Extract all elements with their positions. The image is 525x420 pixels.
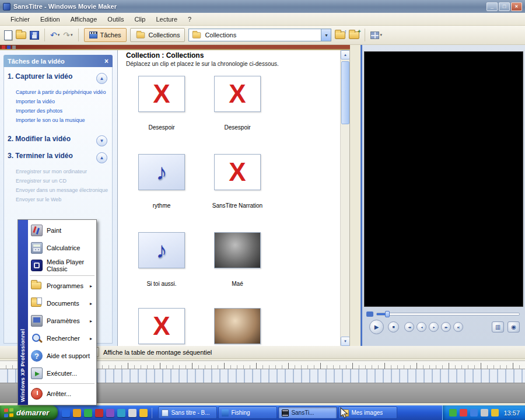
photo-clip-thumbnail	[214, 232, 261, 268]
clip-label: Maé	[208, 281, 267, 287]
menu-item-arreter[interactable]: Arrêter...	[28, 385, 96, 402]
clip-item[interactable]: ♪ Si toi aussi.	[132, 232, 191, 287]
section-capture-collapse-icon[interactable]: ▲	[96, 73, 107, 84]
menu-fichier[interactable]: Fichier	[5, 14, 35, 24]
menu-item-parametres[interactable]: Paramètres ▸	[28, 312, 96, 330]
menu-item-programmes[interactable]: Programmes ▸	[28, 277, 96, 295]
menu-help[interactable]: ?	[183, 14, 197, 24]
stop-button[interactable]: ■	[388, 321, 399, 332]
close-button[interactable]: ×	[511, 2, 522, 11]
maximize-button[interactable]: □	[499, 2, 510, 11]
menu-item-calculatrice[interactable]: Calculatrice	[28, 239, 96, 257]
clip-item[interactable]	[208, 308, 267, 346]
new-project-icon[interactable]	[4, 30, 12, 40]
tray-icon[interactable]	[470, 409, 478, 416]
clip-item[interactable]: X SansTitre Narration	[208, 154, 267, 209]
menu-clip[interactable]: Clip	[129, 14, 150, 24]
link-send-email[interactable]: Envoyer dans un message électronique	[16, 187, 108, 193]
combo-folder-icon	[192, 32, 201, 38]
collections-toggle-button[interactable]: Collections	[130, 28, 186, 42]
menu-affichage[interactable]: Affichage	[65, 14, 103, 24]
missing-clip-icon: X	[229, 81, 246, 107]
quick-launch-icon[interactable]	[128, 409, 136, 417]
tray-icon[interactable]	[449, 409, 457, 416]
taskbar-window-button[interactable]: Fishing	[218, 407, 277, 419]
scrollbar-thumb[interactable]	[341, 61, 349, 124]
collection-selector[interactable]: Collections ▼	[188, 29, 331, 41]
menu-lecture[interactable]: Lecture	[150, 14, 183, 24]
tasks-toggle-button[interactable]: Tâches	[84, 28, 127, 42]
views-button[interactable]: ▾	[370, 31, 382, 39]
step-back-button[interactable]: ◂	[416, 322, 426, 332]
clip-item[interactable]: Maé	[208, 232, 267, 287]
clip-item[interactable]: X Desespoir	[208, 76, 267, 131]
taskbar-window-button-active[interactable]: SansTi...	[278, 407, 337, 419]
menu-separator	[30, 383, 94, 384]
taskbar-window-button[interactable]: Sans titre - B...	[158, 407, 217, 419]
seek-handle[interactable]	[385, 311, 390, 317]
seek-forward-button[interactable]: ▸▸	[441, 322, 451, 332]
up-one-level-button[interactable]: ↑	[335, 32, 345, 39]
clip-item[interactable]: X	[132, 308, 191, 346]
new-collection-button[interactable]: +	[349, 32, 359, 39]
seek-bar[interactable]	[366, 311, 520, 317]
quick-launch-icon[interactable]	[139, 409, 148, 417]
step-end-button[interactable]: ▸|	[453, 322, 463, 332]
menu-item-rechercher[interactable]: Rechercher ▸	[28, 330, 96, 347]
menu-item-documents[interactable]: Documents ▸	[28, 295, 96, 312]
scroll-down-icon[interactable]: ▼	[341, 337, 350, 346]
quick-launch-icon[interactable]	[106, 409, 114, 417]
quick-launch-icon[interactable]	[62, 409, 70, 417]
seek-track[interactable]	[376, 313, 520, 316]
play-button[interactable]: ▶	[369, 320, 384, 334]
views-dropdown-icon[interactable]: ▾	[380, 31, 382, 39]
tasks-panel-header: Tâches de la vidéo ×	[4, 55, 113, 67]
collections-scrollbar[interactable]: ▲ ▼	[340, 50, 349, 346]
tray-icon[interactable]	[481, 409, 488, 416]
missing-clip-icon: X	[153, 81, 170, 107]
menu-item-media-player-classic[interactable]: Media Player Classic	[28, 257, 96, 274]
clip-label: SansTitre Narration	[208, 202, 267, 209]
quick-launch-icon[interactable]	[95, 409, 103, 417]
menu-edition[interactable]: Edition	[35, 14, 65, 24]
clip-item[interactable]: ♪ rythme	[132, 154, 191, 209]
desktop: SansTitre - Windows Movie Maker _ □ × Fi…	[0, 0, 525, 420]
quick-launch-icon[interactable]	[73, 409, 81, 417]
link-import-photos[interactable]: Importer des photos	[16, 108, 108, 114]
menu-item-aide[interactable]: ? Aide et support	[28, 347, 96, 365]
undo-dropdown-icon[interactable]: ▾	[58, 31, 60, 39]
menu-item-paint[interactable]: Paint	[28, 222, 96, 239]
scroll-up-icon[interactable]: ▲	[341, 50, 350, 60]
clip-item[interactable]: X Desespoir	[132, 76, 191, 131]
quick-launch-icon[interactable]	[117, 409, 125, 417]
step-forward-button[interactable]: ▸	[429, 322, 439, 332]
quick-launch-icon[interactable]	[84, 409, 92, 417]
link-import-video[interactable]: Importer la vidéo	[16, 99, 108, 104]
link-import-audio[interactable]: Importer le son ou la musique	[16, 117, 108, 123]
storyboard-toggle-label[interactable]: Affiche la table de montage séquentiel	[103, 349, 212, 356]
tray-icon[interactable]	[460, 409, 467, 416]
combo-dropdown-icon[interactable]: ▼	[321, 29, 331, 41]
collection-selector-value: Collections	[205, 32, 236, 38]
tasks-panel-title: Tâches de la vidéo	[8, 58, 65, 65]
redo-button[interactable]: ↷ ▾	[63, 31, 72, 39]
seek-back-button[interactable]: ◂◂	[404, 322, 414, 332]
link-capture-device[interactable]: Capturer à partir du périphérique vidéo	[16, 89, 108, 95]
tray-icon[interactable]	[491, 409, 499, 416]
minimize-button[interactable]: _	[487, 2, 498, 11]
menu-item-executer[interactable]: Exécuter...	[28, 365, 96, 382]
tasks-panel-close-icon[interactable]: ×	[104, 57, 108, 65]
take-picture-button[interactable]: ◉	[508, 321, 520, 332]
start-button[interactable]: démarrer	[0, 405, 58, 420]
link-send-web[interactable]: Envoyer sur le Web	[16, 197, 108, 202]
section-edit-expand-icon[interactable]: ▼	[96, 135, 107, 146]
split-clip-button[interactable]: ▥	[492, 321, 504, 332]
link-save-computer[interactable]: Enregistrer sur mon ordinateur	[16, 169, 108, 174]
redo-dropdown-icon[interactable]: ▾	[71, 31, 73, 39]
save-project-icon[interactable]	[30, 31, 39, 40]
undo-button[interactable]: ↶ ▾	[50, 31, 60, 39]
open-project-icon[interactable]	[16, 32, 26, 39]
menu-outils[interactable]: Outils	[102, 14, 129, 24]
link-save-cd[interactable]: Enregistrer sur un CD	[16, 178, 108, 184]
section-finish-collapse-icon[interactable]: ▲	[96, 152, 107, 163]
